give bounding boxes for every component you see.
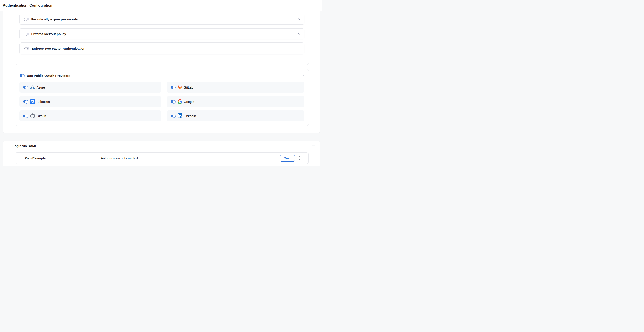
oauth-section-header: Use Public OAuth Providers: [15, 72, 308, 79]
expire-passwords-toggle[interactable]: [24, 18, 29, 20]
saml-section-panel: Login via SAML OktaExample Authorization…: [3, 141, 320, 166]
provider-row-gitlab: GitLab: [167, 82, 304, 93]
saml-config-status: Authorization not enabled: [101, 156, 138, 160]
two-factor-toggle[interactable]: [24, 47, 29, 50]
kebab-menu-icon[interactable]: [299, 156, 301, 160]
saml-config-name: OktaExample: [25, 156, 46, 160]
oauth-section-title: Use Public OAuth Providers: [27, 74, 70, 77]
bitbucket-icon: [30, 99, 35, 104]
gitlab-icon: [178, 85, 182, 90]
saml-section-title: Login via SAML: [12, 144, 37, 148]
lockout-policy-toggle[interactable]: [24, 32, 29, 35]
okta-config-radio[interactable]: [20, 157, 22, 160]
bitbucket-toggle[interactable]: [23, 100, 28, 103]
provider-label: Google: [184, 100, 194, 104]
policy-card-expire-passwords: Periodically expire passwords: [19, 14, 304, 24]
provider-label: Github: [36, 114, 46, 118]
github-toggle[interactable]: [23, 115, 28, 117]
linkedin-icon: [178, 114, 182, 118]
google-toggle[interactable]: [170, 100, 175, 103]
oauth-providers-toggle[interactable]: [20, 74, 24, 77]
provider-row-azure: Azure: [19, 82, 161, 93]
chevron-down-icon[interactable]: [298, 33, 301, 35]
policy-card-two-factor: Enforce Two Factor Authentication: [19, 42, 304, 54]
oauth-providers-section: Use Public OAuth Providers Azure: [15, 69, 309, 126]
oauth-provider-grid: Azure GitLab: [19, 82, 304, 121]
provider-label: LinkedIn: [184, 114, 196, 118]
provider-row-linkedin: LinkedIn: [167, 110, 304, 121]
gitlab-toggle[interactable]: [170, 86, 175, 89]
provider-label: Azure: [36, 85, 45, 89]
linkedin-toggle[interactable]: [170, 115, 175, 117]
provider-row-google: Google: [167, 96, 304, 107]
chevron-up-icon[interactable]: [302, 75, 305, 77]
page-header: Authentication: Configuration: [0, 0, 322, 11]
saml-section-header: Login via SAML: [3, 141, 320, 150]
authentication-settings-panel: Periodically expire passwords Enforce lo…: [3, 11, 320, 133]
provider-label: Bitbucket: [36, 100, 50, 104]
azure-icon: [30, 85, 35, 90]
saml-config-row: OktaExample Authorization not enabled Te…: [15, 152, 308, 164]
policy-card-label: Enforce Two Factor Authentication: [32, 47, 86, 50]
github-icon: [30, 114, 35, 118]
saml-radio[interactable]: [8, 145, 10, 147]
password-policy-section: Periodically expire passwords Enforce lo…: [15, 11, 309, 65]
provider-label: GitLab: [184, 85, 193, 89]
page-title: Authentication: Configuration: [3, 3, 52, 7]
policy-card-label: Periodically expire passwords: [31, 17, 78, 21]
azure-toggle[interactable]: [23, 86, 28, 89]
policy-card-lockout: Enforce lockout policy: [19, 28, 304, 39]
provider-row-bitbucket: Bitbucket: [19, 96, 161, 107]
provider-row-github: Github: [19, 110, 161, 121]
policy-card-label: Enforce lockout policy: [31, 32, 66, 36]
test-button[interactable]: Test: [280, 155, 295, 162]
google-icon: [178, 99, 182, 104]
chevron-up-icon[interactable]: [312, 145, 315, 147]
chevron-down-icon[interactable]: [298, 18, 301, 20]
